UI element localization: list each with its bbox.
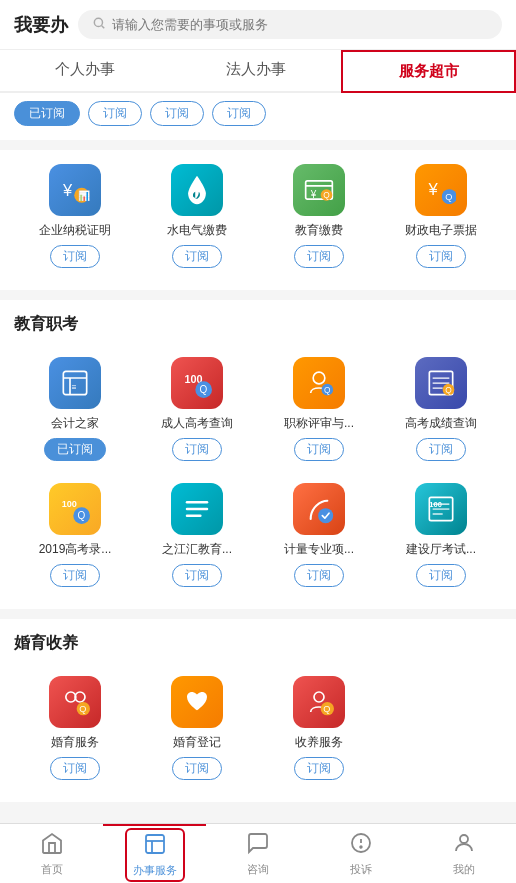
svg-point-0	[94, 18, 102, 26]
build-exam-name: 建设厅考试...	[406, 541, 476, 558]
svg-text:Q: Q	[445, 385, 452, 395]
gaokao-score-name: 高考成绩查询	[405, 415, 477, 432]
svg-point-19	[313, 372, 325, 384]
nav-mine-label: 我的	[453, 862, 475, 877]
marry2-icon	[171, 676, 223, 728]
edu-fee-icon: ¥ Q	[293, 164, 345, 216]
measure-name: 计量专业项...	[284, 541, 354, 558]
service-item-build-exam: 100 建设厅考试... 订阅	[380, 475, 502, 595]
page-title: 我要办	[14, 13, 68, 37]
zhijiang-icon	[171, 483, 223, 535]
nav-complaint-label: 投诉	[350, 862, 372, 877]
svg-text:Q: Q	[200, 384, 208, 395]
consult-icon	[246, 831, 270, 859]
top-subscribe-row: 已订阅 订阅 订阅 订阅	[14, 101, 502, 126]
svg-text:100: 100	[62, 499, 77, 509]
marriage-section-title: 婚育收养	[14, 633, 502, 654]
marry1-name: 婚育服务	[51, 734, 99, 751]
utility-name: 水电气缴费	[167, 222, 227, 239]
nav-consult[interactable]: 咨询	[206, 824, 309, 883]
nav-complaint[interactable]: 投诉	[310, 824, 413, 883]
svg-text:100: 100	[429, 500, 442, 509]
bottom-nav: 首页 办事服务 咨询	[0, 823, 516, 883]
adult-exam-subscribe-btn[interactable]: 订阅	[172, 438, 222, 461]
service-item-gaokao2019: 100 Q 2019高考录... 订阅	[14, 475, 136, 595]
accounting-name: 会计之家	[51, 415, 99, 432]
tab-market[interactable]: 服务超市	[341, 50, 516, 93]
marry3-subscribe-btn[interactable]: 订阅	[294, 757, 344, 780]
tab-personal[interactable]: 个人办事	[0, 50, 171, 91]
service-item-tax: ¥ 📊 企业纳税证明 订阅	[14, 156, 136, 276]
svg-text:¥: ¥	[310, 189, 317, 200]
svg-text:¥: ¥	[62, 181, 73, 199]
subscribed-btn-1[interactable]: 已订阅	[14, 101, 80, 126]
tax-subscribe-btn[interactable]: 订阅	[50, 245, 100, 268]
subscribe-btn-4[interactable]: 订阅	[212, 101, 266, 126]
service-item-edu-fee: ¥ Q 教育缴费 订阅	[258, 156, 380, 276]
marry1-icon: Q	[49, 676, 101, 728]
gaokao-score-subscribe-btn[interactable]: 订阅	[416, 438, 466, 461]
svg-line-1	[102, 26, 105, 29]
adult-exam-icon: 100 Q	[171, 357, 223, 409]
svg-rect-47	[146, 835, 164, 853]
svg-text:Q: Q	[323, 704, 330, 714]
accounting-icon: ≡	[49, 357, 101, 409]
education-section-title: 教育职考	[14, 314, 502, 335]
accounting-subscribe-btn[interactable]: 已订阅	[44, 438, 106, 461]
tabs-bar: 个人办事 法人办事 服务超市	[0, 50, 516, 93]
home-icon	[40, 831, 64, 859]
nav-home-label: 首页	[41, 862, 63, 877]
top-section: 已订阅 订阅 订阅 订阅	[0, 93, 516, 140]
service-item-marry2: 婚育登记 订阅	[136, 668, 258, 788]
search-input[interactable]	[112, 17, 488, 32]
nav-office-highlight: 办事服务	[125, 828, 185, 882]
subscribe-btn-2[interactable]: 订阅	[88, 101, 142, 126]
header: 我要办	[0, 0, 516, 50]
svg-point-53	[460, 835, 468, 843]
build-exam-subscribe-btn[interactable]: 订阅	[416, 564, 466, 587]
measure-subscribe-btn[interactable]: 订阅	[294, 564, 344, 587]
adult-exam-name: 成人高考查询	[161, 415, 233, 432]
utility-subscribe-btn[interactable]: 订阅	[172, 245, 222, 268]
service-item-zhijiang: 之江汇教育... 订阅	[136, 475, 258, 595]
edu-fee-subscribe-btn[interactable]: 订阅	[294, 245, 344, 268]
service-item-marry1: Q 婚育服务 订阅	[14, 668, 136, 788]
tax-icon: ¥ 📊	[49, 164, 101, 216]
marry1-subscribe-btn[interactable]: 订阅	[50, 757, 100, 780]
finance-ticket-subscribe-btn[interactable]: 订阅	[416, 245, 466, 268]
marriage-section: 婚育收养 Q 婚育服务 订阅	[0, 619, 516, 802]
title-eval-name: 职称评审与...	[284, 415, 354, 432]
svg-text:¥: ¥	[428, 180, 439, 199]
svg-text:Q: Q	[79, 704, 86, 714]
tax-name: 企业纳税证明	[39, 222, 111, 239]
nav-home[interactable]: 首页	[0, 824, 103, 883]
gaokao2019-subscribe-btn[interactable]: 订阅	[50, 564, 100, 587]
utility-icon	[171, 164, 223, 216]
svg-text:≡: ≡	[72, 382, 77, 392]
service-item-measure: 计量专业项... 订阅	[258, 475, 380, 595]
zhijiang-name: 之江汇教育...	[162, 541, 232, 558]
zhijiang-subscribe-btn[interactable]: 订阅	[172, 564, 222, 587]
edu-row-1: ≡ 会计之家 已订阅 100 Q 成人高考查询 订阅	[14, 349, 502, 469]
svg-text:Q: Q	[78, 510, 86, 521]
office-icon	[143, 832, 167, 860]
nav-mine[interactable]: 我的	[413, 824, 516, 883]
svg-point-52	[360, 846, 362, 848]
service-item-title-eval: Q 职称评审与... 订阅	[258, 349, 380, 469]
svg-point-34	[318, 508, 333, 523]
search-bar[interactable]	[78, 10, 502, 39]
content-area: 已订阅 订阅 订阅 订阅 ¥ 📊 企业纳税证明 订阅	[0, 93, 516, 882]
mine-icon	[452, 831, 476, 859]
marry2-name: 婚育登记	[173, 734, 221, 751]
marry2-subscribe-btn[interactable]: 订阅	[172, 757, 222, 780]
tab-corporate[interactable]: 法人办事	[171, 50, 342, 91]
nav-office[interactable]: 办事服务	[103, 824, 206, 883]
marry3-icon: Q	[293, 676, 345, 728]
subscribe-btn-3[interactable]: 订阅	[150, 101, 204, 126]
title-eval-subscribe-btn[interactable]: 订阅	[294, 438, 344, 461]
build-exam-icon: 100	[415, 483, 467, 535]
service-item-finance-ticket: ¥ Q 财政电子票据 订阅	[380, 156, 502, 276]
service-item-marry3: Q 收养服务 订阅	[258, 668, 380, 788]
svg-text:📊: 📊	[78, 189, 90, 202]
marry3-name: 收养服务	[295, 734, 343, 751]
